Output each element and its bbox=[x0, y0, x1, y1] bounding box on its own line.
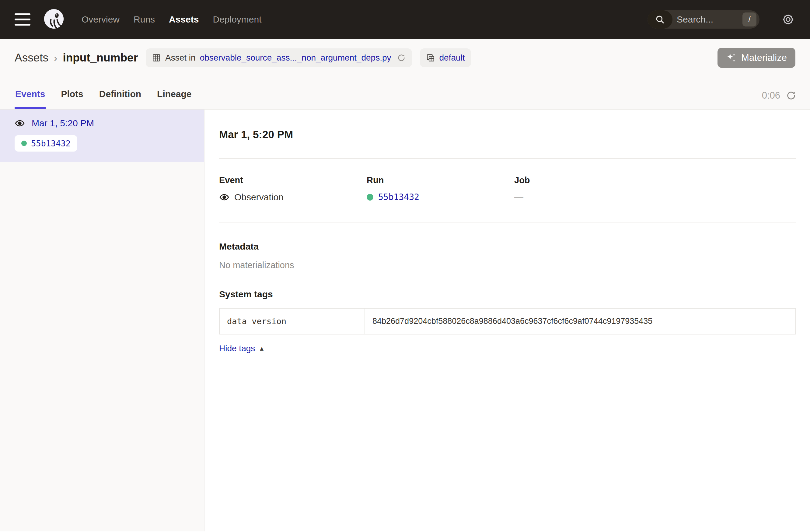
no-materializations-text: No materializations bbox=[219, 260, 796, 270]
event-timestamp-link[interactable]: Mar 1, 5:20 PM bbox=[32, 118, 94, 128]
materialize-label: Materialize bbox=[741, 52, 787, 63]
run-success-dot bbox=[21, 141, 27, 146]
sparkle-icon bbox=[726, 52, 737, 63]
search-icon bbox=[648, 10, 673, 29]
breadcrumb: Assets › input_number bbox=[15, 51, 138, 64]
repository-badge: default bbox=[420, 48, 471, 67]
hide-tags-link[interactable]: Hide tags ▲ bbox=[219, 344, 265, 353]
fact-run: Run 55b13432 bbox=[367, 175, 514, 203]
settings-gear-icon[interactable] bbox=[780, 11, 797, 28]
caret-up-icon: ▲ bbox=[259, 345, 265, 352]
event-label: Event bbox=[219, 175, 367, 186]
tag-key-cell: data_version bbox=[220, 308, 365, 334]
event-list-sidebar: Mar 1, 5:20 PM 55b13432 bbox=[0, 110, 205, 531]
page-title: input_number bbox=[63, 51, 138, 64]
event-type-value: Observation bbox=[234, 192, 284, 203]
table-row: data_version 84b26d7d9204cbf588026c8a988… bbox=[220, 308, 796, 334]
nav-link-overview[interactable]: Overview bbox=[82, 14, 119, 25]
tab-plots[interactable]: Plots bbox=[60, 80, 84, 109]
materialize-button[interactable]: Materialize bbox=[717, 48, 795, 68]
events-content: Mar 1, 5:20 PM 55b13432 Mar 1, 5:20 PM E… bbox=[0, 110, 810, 531]
nav-link-deployment[interactable]: Deployment bbox=[213, 14, 261, 25]
grid-icon bbox=[152, 53, 161, 62]
run-success-dot bbox=[367, 194, 373, 200]
code-location-link[interactable]: observable_source_ass..._non_argument_de… bbox=[200, 53, 391, 63]
search-shortcut-key: / bbox=[743, 13, 757, 27]
tab-events[interactable]: Events bbox=[15, 80, 46, 109]
run-label: Run bbox=[367, 175, 514, 186]
tab-definition[interactable]: Definition bbox=[99, 80, 142, 109]
nav-link-assets[interactable]: Assets bbox=[169, 14, 199, 25]
job-empty-value: — bbox=[514, 192, 523, 203]
asset-in-label: Asset in bbox=[165, 53, 196, 63]
system-tags-table: data_version 84b26d7d9204cbf588026c8a988… bbox=[219, 308, 796, 335]
asset-tabs: Events Plots Definition Lineage bbox=[15, 77, 192, 109]
event-detail-panel: Mar 1, 5:20 PM Event Observation Run bbox=[205, 110, 810, 531]
system-tags-heading: System tags bbox=[219, 289, 796, 300]
observation-eye-icon bbox=[15, 118, 25, 128]
run-id-chip[interactable]: 55b13432 bbox=[15, 135, 77, 151]
reload-definition-icon[interactable] bbox=[397, 53, 406, 62]
tab-lineage[interactable]: Lineage bbox=[157, 80, 192, 109]
menu-icon[interactable] bbox=[15, 13, 30, 26]
refresh-countdown: 0:06 bbox=[762, 90, 780, 101]
tag-value-cell: 84b26d7d9204cbf588026c8a9886d403a6c9637c… bbox=[365, 308, 796, 334]
primary-nav: Overview Runs Assets Deployment bbox=[82, 14, 262, 25]
global-search[interactable]: / bbox=[648, 10, 760, 29]
top-nav: Overview Runs Assets Deployment / bbox=[0, 0, 810, 39]
workspace-icon bbox=[426, 53, 435, 62]
run-id-link[interactable]: 55b13432 bbox=[31, 139, 70, 148]
divider bbox=[219, 158, 796, 159]
event-list-item-selected[interactable]: Mar 1, 5:20 PM 55b13432 bbox=[0, 110, 204, 162]
run-id-link[interactable]: 55b13432 bbox=[378, 192, 419, 202]
refresh-icon[interactable] bbox=[785, 90, 797, 101]
repository-link[interactable]: default bbox=[439, 53, 465, 63]
metadata-heading: Metadata bbox=[219, 241, 796, 252]
event-facts: Event Observation Run 55b13432 bbox=[219, 175, 796, 203]
search-input[interactable] bbox=[673, 14, 743, 25]
asset-tabs-bar: Events Plots Definition Lineage 0:06 bbox=[0, 77, 810, 110]
asset-header: Assets › input_number Asset in observabl… bbox=[0, 39, 810, 77]
fact-event: Event Observation bbox=[219, 175, 367, 203]
dagster-logo-icon[interactable] bbox=[42, 7, 66, 31]
breadcrumb-separator: › bbox=[54, 52, 57, 64]
fact-job: Job — bbox=[514, 175, 662, 203]
event-detail-title: Mar 1, 5:20 PM bbox=[219, 128, 796, 141]
nav-link-runs[interactable]: Runs bbox=[133, 14, 155, 25]
breadcrumb-assets-link[interactable]: Assets bbox=[15, 51, 48, 64]
job-label: Job bbox=[514, 175, 662, 186]
divider bbox=[219, 222, 796, 223]
observation-eye-icon bbox=[219, 192, 229, 203]
asset-definition-badge: Asset in observable_source_ass..._non_ar… bbox=[146, 48, 412, 67]
hide-tags-label: Hide tags bbox=[219, 344, 255, 353]
